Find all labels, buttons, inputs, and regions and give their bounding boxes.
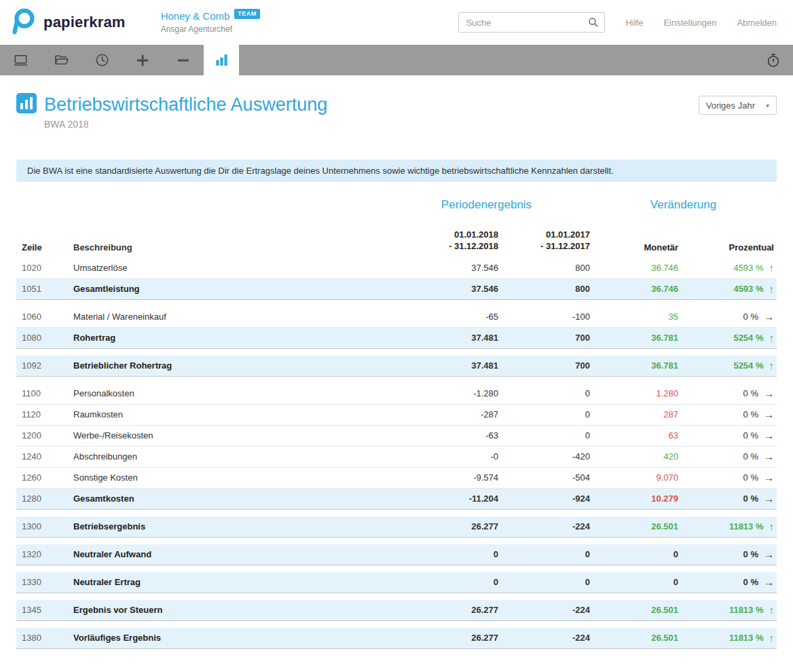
- table-row: 1345 Ergebnis vor Steuern 26.277 -224 26…: [16, 600, 777, 621]
- row-zeile: 1240: [16, 451, 73, 462]
- page-title: Betriebswirtschaftliche Auswertung: [44, 94, 327, 115]
- table-row: 1240 Abschreibungen -0 -420 420 0 % →: [16, 447, 777, 468]
- trend-arrow-icon: ↑: [769, 333, 775, 343]
- row-value-2018: -63: [383, 430, 498, 441]
- row-prozentual: 0 % →: [678, 388, 777, 398]
- row-value-2017: 800: [498, 263, 590, 273]
- time-tracking-icon[interactable]: [81, 45, 122, 75]
- page-subtitle: BWA 2018: [44, 119, 327, 130]
- account-user: Ansgar Agenturchef: [161, 24, 260, 34]
- trend-arrow-icon: →: [764, 312, 774, 322]
- row-monetaer: 36.781: [590, 333, 678, 343]
- row-beschreibung: Neutraler Ertrag: [73, 577, 383, 587]
- col-period-2018: 01.01.2018- 31.12.2018: [383, 229, 498, 253]
- team-badge: TEAM: [234, 9, 260, 19]
- row-monetaer: 36.781: [590, 360, 678, 371]
- row-monetaer: 35: [590, 312, 678, 322]
- trend-arrow-icon: ↑: [769, 360, 775, 371]
- row-prozentual: 4593 % ↑: [678, 284, 777, 294]
- projects-folder-icon[interactable]: [41, 45, 81, 75]
- row-prozentual: 0 % →: [678, 493, 777, 504]
- table-row: 1380 Vorläufiges Ergebnis 26.277 -224 26…: [16, 628, 777, 649]
- row-zeile: 1060: [16, 312, 73, 322]
- stopwatch-timer-icon[interactable]: [754, 45, 793, 75]
- reports-chart-icon-active-tab[interactable]: [204, 45, 239, 75]
- group-veraenderung: Veränderung: [590, 198, 777, 212]
- row-prozentual: 0 % →: [678, 430, 777, 441]
- row-value-2018: -65: [383, 312, 498, 322]
- row-value-2018: 26.277: [383, 605, 498, 615]
- trend-arrow-icon: →: [764, 409, 774, 419]
- table-row: 1060 Material / Wareneinkauf -65 -100 35…: [16, 307, 777, 328]
- row-prozentual: 0 % →: [678, 577, 777, 587]
- row-value-2017: 700: [498, 360, 590, 371]
- row-value-2017: -924: [498, 493, 590, 504]
- row-value-2017: -224: [498, 521, 590, 531]
- row-monetaer: 1.280: [590, 388, 678, 398]
- info-banner: Die BWA ist eine standardisierte Auswert…: [16, 160, 777, 182]
- table-row: 1260 Sonstige Kosten -9.574 -504 9.070 0…: [16, 468, 777, 489]
- row-beschreibung: Abschreibungen: [73, 451, 383, 462]
- row-value-2018: 37.481: [383, 333, 498, 343]
- row-value-2017: 0: [498, 577, 590, 587]
- settings-link[interactable]: Einstellungen: [663, 18, 716, 28]
- account-name-link[interactable]: Honey & Comb: [161, 10, 230, 22]
- row-value-2017: 800: [498, 284, 590, 294]
- row-zeile: 1200: [16, 430, 73, 441]
- row-prozentual: 5254 % ↑: [678, 360, 777, 371]
- row-value-2018: -11.204: [383, 493, 498, 504]
- row-value-2018: -1.280: [383, 388, 498, 398]
- logout-link[interactable]: Abmelden: [737, 18, 777, 28]
- brand-logo-link[interactable]: papierkram: [8, 6, 126, 39]
- search-box: [458, 12, 605, 33]
- row-beschreibung: Vorläufiges Ergebnis: [73, 633, 383, 643]
- row-monetaer: 26.501: [590, 633, 678, 643]
- row-zeile: 1080: [16, 333, 73, 343]
- row-zeile: 1260: [16, 472, 73, 483]
- trend-arrow-icon: →: [764, 388, 774, 398]
- row-beschreibung: Gesamtkosten: [73, 493, 383, 504]
- row-zeile: 1051: [16, 284, 73, 294]
- table-row: 1100 Personalkosten -1.280 0 1.280 0 % →: [16, 384, 777, 405]
- row-monetaer: 36.746: [590, 263, 678, 273]
- papierkram-logo-icon: [8, 6, 38, 39]
- period-select-value: Voriges Jahr: [706, 100, 755, 111]
- col-beschreibung: Beschreibung: [73, 242, 383, 253]
- row-prozentual: 0 % →: [678, 549, 777, 559]
- row-value-2017: 0: [498, 409, 590, 419]
- row-zeile: 1020: [16, 263, 73, 273]
- row-monetaer: 420: [590, 451, 678, 462]
- help-link[interactable]: Hilfe: [625, 18, 643, 28]
- dashboard-icon[interactable]: [0, 45, 41, 75]
- row-value-2018: 0: [383, 549, 498, 559]
- row-beschreibung: Rohertrag: [73, 333, 383, 343]
- row-beschreibung: Ergebnis vor Steuern: [73, 605, 383, 615]
- row-monetaer: 26.501: [590, 521, 678, 531]
- col-prozentual: Prozentual: [678, 242, 777, 253]
- row-beschreibung: Gesamtleistung: [73, 284, 383, 294]
- row-prozentual: 11813 % ↑: [678, 633, 777, 643]
- trend-arrow-icon: →: [764, 451, 774, 462]
- page-header: Betriebswirtschaftliche Auswertung BWA 2…: [16, 93, 777, 130]
- table-row: 1300 Betriebsergebnis 26.277 -224 26.501…: [16, 517, 777, 538]
- row-zeile: 1120: [16, 409, 73, 419]
- table-column-header: Zeile Beschreibung 01.01.2018- 31.12.201…: [16, 223, 777, 258]
- row-beschreibung: Raumkosten: [73, 409, 383, 419]
- table-row: 1320 Neutraler Aufwand 0 0 0 0 % →: [16, 544, 777, 565]
- row-beschreibung: Betrieblicher Rohertrag: [73, 360, 383, 371]
- search-input[interactable]: [458, 12, 605, 33]
- table-row: 1330 Neutraler Ertrag 0 0 0 0 % →: [16, 572, 777, 593]
- period-select-dropdown[interactable]: Voriges Jahr ▾: [699, 96, 777, 115]
- row-monetaer: 0: [590, 549, 678, 559]
- row-value-2017: -420: [498, 451, 590, 462]
- trend-arrow-icon: ↑: [769, 263, 775, 273]
- row-value-2018: -0: [383, 451, 498, 462]
- row-value-2017: -224: [498, 605, 590, 615]
- row-monetaer: 9.070: [590, 472, 678, 483]
- chevron-down-icon: ▾: [766, 102, 769, 109]
- row-monetaer: 0: [590, 577, 678, 587]
- table-row: 1080 Rohertrag 37.481 700 36.781 5254 % …: [16, 328, 777, 349]
- search-icon[interactable]: [587, 16, 600, 31]
- income-plus-icon[interactable]: [122, 45, 163, 75]
- expense-minus-icon[interactable]: [163, 45, 204, 75]
